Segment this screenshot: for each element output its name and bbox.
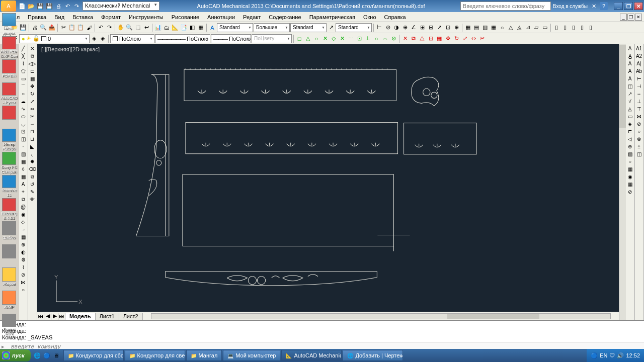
markup-button[interactable]: ◧: [188, 24, 196, 32]
powererase-tool[interactable]: ⌫: [28, 165, 36, 173]
osnap-perpendicular-icon[interactable]: ⊥: [364, 35, 372, 43]
line-tool[interactable]: ╱: [19, 45, 27, 52]
ql-desktop-icon[interactable]: 🖥: [52, 350, 61, 360]
scale-icon[interactable]: ⤢: [461, 35, 469, 43]
dim-diameter-icon[interactable]: ⊕: [401, 24, 409, 32]
view4-icon[interactable]: ▯: [578, 24, 586, 32]
task-button-4[interactable]: 💻 Мой компьютер: [223, 350, 280, 361]
am-taper-icon[interactable]: ◁: [626, 135, 634, 143]
am-centerline-icon[interactable]: ⊕: [626, 143, 634, 150]
menu-help[interactable]: Справка: [380, 13, 410, 21]
osnap-insertion-icon[interactable]: ⊡: [355, 35, 363, 43]
rectangle-tool[interactable]: ▭: [19, 75, 27, 82]
region-tool[interactable]: ◊: [19, 165, 27, 173]
modify-explode-tool[interactable]: ✸: [28, 158, 36, 165]
layeriso-button[interactable]: ◈: [90, 35, 98, 43]
close-button[interactable]: ✕: [634, 2, 643, 10]
vertical-scrollbar[interactable]: [619, 44, 626, 320]
view2-icon[interactable]: ▯: [561, 24, 569, 32]
weld-icon[interactable]: ◬: [515, 24, 523, 32]
am-text3-icon[interactable]: A: [626, 75, 634, 82]
dc-button[interactable]: 🗂: [163, 24, 171, 32]
annot-a1-icon[interactable]: A1: [635, 45, 643, 52]
dim-radius-icon[interactable]: ◑: [392, 24, 400, 32]
menu-tools[interactable]: Инструменты: [125, 13, 168, 21]
dimstyle-dropdown[interactable]: Большие: [254, 23, 290, 32]
annot-dim1-icon[interactable]: ⊢: [635, 75, 643, 82]
save-icon[interactable]: 💾: [36, 2, 44, 10]
surface-icon[interactable]: ⊿: [524, 24, 532, 32]
datum-icon[interactable]: ▱: [532, 24, 540, 32]
am-text2-icon[interactable]: A: [626, 67, 634, 75]
print-icon[interactable]: 🖨: [54, 2, 62, 10]
am-note-icon[interactable]: ◫: [626, 82, 634, 90]
tray-lang[interactable]: EN: [600, 352, 607, 358]
view5-icon[interactable]: ▯: [587, 24, 595, 32]
featcontrol-icon[interactable]: ▭: [541, 24, 549, 32]
balloon-icon[interactable]: ○: [498, 24, 506, 32]
modify-stretch-tool[interactable]: ⇔: [28, 105, 36, 113]
copy-icon[interactable]: ⧉: [410, 35, 418, 43]
tolerance-icon[interactable]: ⊡: [444, 24, 452, 32]
annot-a2-icon[interactable]: A2: [635, 52, 643, 60]
search-input[interactable]: [460, 2, 551, 11]
osnap-node-icon[interactable]: ✕: [321, 35, 329, 43]
zoomprev-button[interactable]: ↩: [142, 24, 150, 32]
view1-icon[interactable]: ▯: [552, 24, 560, 32]
print-button[interactable]: 🖨: [31, 24, 39, 32]
modify-fillet-tool[interactable]: ◟: [28, 150, 36, 158]
am-weld-icon[interactable]: ◬: [626, 105, 634, 113]
amshaft-tool[interactable]: ⊕: [19, 241, 27, 248]
linetype-dropdown[interactable]: ——————ПоСлою: [155, 34, 210, 43]
view3-icon[interactable]: ▯: [570, 24, 578, 32]
insert-tool[interactable]: ⊡: [19, 128, 27, 135]
menu-view[interactable]: Вид: [50, 13, 68, 21]
modify-join-tool[interactable]: ⊔: [28, 135, 36, 143]
dim-linear-icon[interactable]: ⊢: [375, 24, 383, 32]
mdi-restore[interactable]: ❐: [627, 14, 634, 21]
rotate-icon[interactable]: ↻: [452, 35, 460, 43]
mdi-minimize[interactable]: _: [620, 14, 627, 21]
am-edge-icon[interactable]: ⊏: [626, 128, 634, 135]
modify-rotate-tool[interactable]: ↻: [28, 90, 36, 98]
modify-trim-tool[interactable]: ✂: [28, 113, 36, 120]
minimize-button[interactable]: _: [614, 2, 623, 10]
menu-content[interactable]: Содержание: [265, 13, 305, 21]
tab-model[interactable]: Модель: [65, 313, 96, 320]
task-button-5[interactable]: 📐 AutoCAD Mechanical ...: [281, 350, 342, 361]
annot-a3-icon[interactable]: A|: [635, 60, 643, 67]
text-style-a-icon[interactable]: A: [626, 45, 634, 52]
am-fcf-icon[interactable]: ▭: [626, 113, 634, 120]
tray-icon-3[interactable]: 🔊: [617, 352, 624, 359]
poweredit-tool[interactable]: ✎: [28, 188, 36, 196]
menu-parametric[interactable]: Параметрическая: [305, 13, 359, 21]
modify-scale-tool[interactable]: ⤢: [28, 98, 36, 105]
layerprev-button[interactable]: ◈: [99, 35, 107, 43]
annot-a4-icon[interactable]: Ab: [635, 67, 643, 75]
dim-baseline-icon[interactable]: ⊞: [418, 24, 426, 32]
amchain-tool[interactable]: ⋈: [19, 279, 27, 286]
mdi-close[interactable]: ✕: [635, 14, 642, 21]
dim-angular-icon[interactable]: ∠: [410, 24, 418, 32]
trim-icon[interactable]: ✂: [478, 35, 486, 43]
app-icon[interactable]: A: [1, 1, 16, 12]
revision-icon[interactable]: △: [507, 24, 515, 32]
menu-insert[interactable]: Вставка: [68, 13, 97, 21]
tray-icon-2[interactable]: 🛡: [609, 352, 615, 358]
wipeout-tool[interactable]: ◇: [19, 218, 27, 226]
am-section-icon[interactable]: ▨: [626, 150, 634, 158]
array-icon[interactable]: ▦: [435, 35, 443, 43]
block-tool[interactable]: ◫: [19, 135, 27, 143]
annot-fits-icon[interactable]: ±: [635, 143, 643, 150]
task-button-1[interactable]: 📁 Кондуктор для сбор...: [63, 350, 124, 361]
table-tool[interactable]: ▦: [19, 173, 27, 180]
am-surftex-icon[interactable]: √: [626, 98, 634, 105]
osnap-midpoint-icon[interactable]: △: [304, 35, 312, 43]
osnap-extension-icon[interactable]: ⋯: [347, 35, 355, 43]
workspace-dropdown[interactable]: Классический Mechanical: [83, 2, 159, 11]
am-title-icon[interactable]: ▦: [626, 165, 634, 173]
tray-clock[interactable]: 12:52: [626, 352, 640, 358]
am-hole-icon[interactable]: ⊘: [626, 188, 634, 196]
osnap-endpoint-icon[interactable]: □: [295, 35, 303, 43]
modify-offset-tool[interactable]: ⊏: [28, 67, 36, 75]
